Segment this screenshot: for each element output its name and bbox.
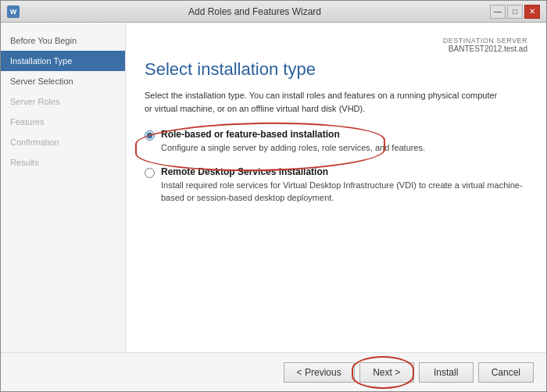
sidebar-item-features: Features — [1, 112, 125, 132]
minimize-button[interactable]: — — [490, 5, 506, 19]
cancel-button[interactable]: Cancel — [478, 362, 534, 383]
option-remote-desktop-desc: Install required role services for Virtu… — [161, 180, 527, 204]
window-title: Add Roles and Features Wizard — [20, 6, 490, 17]
window-controls: — □ ✕ — [490, 5, 540, 19]
install-button[interactable]: Install — [419, 362, 474, 383]
option-remote-desktop-content: Remote Desktop Services installation Ins… — [161, 166, 527, 204]
option-role-based-content: Role-based or feature-based installation… — [161, 129, 425, 154]
maximize-button[interactable]: □ — [507, 5, 523, 19]
page-title: Select installation type — [145, 59, 527, 80]
window-icon: W — [7, 5, 20, 18]
sidebar: Before You Begin Installation Type Serve… — [1, 23, 126, 352]
sidebar-item-server-selection[interactable]: Server Selection — [1, 71, 125, 91]
page-description: Select the installation type. You can in… — [145, 89, 504, 115]
wizard-window: W Add Roles and Features Wizard — □ ✕ Be… — [0, 0, 547, 392]
title-bar: W Add Roles and Features Wizard — □ ✕ — [1, 1, 546, 23]
radio-role-based[interactable] — [145, 130, 155, 141]
destination-server-value: BANTEST2012.test.ad — [145, 45, 527, 53]
next-button-wrapper: Next > — [359, 362, 414, 383]
sidebar-item-results: Results — [1, 152, 125, 173]
destination-label: DESTINATION SERVER — [145, 37, 527, 45]
option-remote-desktop[interactable]: Remote Desktop Services installation Ins… — [145, 166, 527, 204]
option-remote-desktop-title: Remote Desktop Services installation — [161, 166, 527, 177]
option-role-based[interactable]: Role-based or feature-based installation… — [145, 129, 527, 154]
previous-button[interactable]: < Previous — [284, 362, 355, 383]
content-area: Before You Begin Installation Type Serve… — [1, 23, 546, 352]
installation-options: Role-based or feature-based installation… — [145, 129, 527, 204]
close-button[interactable]: ✕ — [524, 5, 540, 19]
sidebar-item-installation-type[interactable]: Installation Type — [1, 51, 125, 71]
footer: < Previous Next > Install Cancel — [1, 352, 546, 391]
radio-remote-desktop[interactable] — [145, 168, 155, 178]
sidebar-item-confirmation: Confirmation — [1, 132, 125, 152]
destination-server-info: DESTINATION SERVER BANTEST2012.test.ad — [145, 37, 527, 53]
option-role-based-desc: Configure a single server by adding role… — [161, 142, 425, 154]
next-button[interactable]: Next > — [359, 362, 414, 383]
option-role-based-title: Role-based or feature-based installation — [161, 129, 425, 140]
sidebar-item-before-you-begin[interactable]: Before You Begin — [1, 30, 125, 51]
sidebar-item-server-roles: Server Roles — [1, 91, 125, 112]
main-panel: DESTINATION SERVER BANTEST2012.test.ad S… — [126, 23, 546, 352]
